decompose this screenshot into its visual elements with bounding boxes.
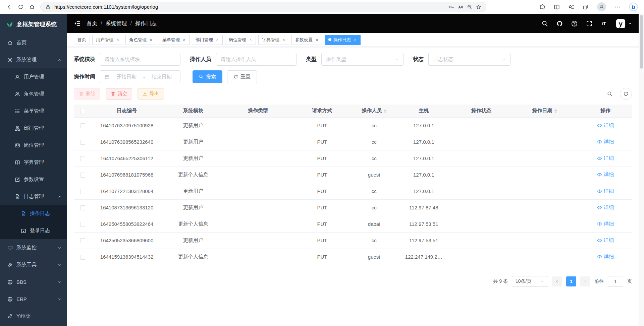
sidebar-item-oper-log[interactable]: 操作日志 [0,205,67,222]
row-checkbox[interactable] [80,140,85,145]
user-avatar[interactable]: y [615,18,626,29]
sort-carets-icon[interactable] [384,109,386,113]
address-bar[interactable]: https://ccnetcore.com:1101/system/log/op… [40,2,486,12]
row-checkbox[interactable] [80,222,85,227]
browser-profile-avatar[interactable] [597,2,606,11]
more-menu-icon[interactable] [614,4,621,10]
sidebar-item-system-monitor[interactable]: 系统监控 [0,239,67,256]
sidebar-item-bbs[interactable]: BBS [0,273,67,290]
col-operator[interactable]: 操作人员 [353,105,395,117]
clear-button[interactable]: 清空 [106,88,132,100]
row-checkbox[interactable] [80,205,85,210]
read-aloud-icon[interactable] [458,4,463,10]
next-page-button[interactable] [580,276,590,286]
avatar-caret-icon[interactable] [628,22,632,25]
operator-input[interactable]: 请输入操作人员 [216,53,297,66]
sidebar-item-param-settings[interactable]: 参数设置 [0,171,67,188]
tab-role-mgmt[interactable]: 角色管理 [125,35,156,45]
row-checkbox[interactable] [80,189,85,194]
goto-page-input[interactable]: 1 [608,276,623,287]
reset-button[interactable]: 重置 [227,70,257,83]
row-checkbox[interactable] [80,255,85,260]
sidebar-item-home[interactable]: 首页 [0,34,67,51]
delete-button[interactable]: 删除 [74,88,100,100]
tab-dept-mgmt[interactable]: 部门管理 [192,35,223,45]
sidebar-item-menu-mgmt[interactable]: 菜单管理 [0,103,67,120]
sidebar-item-system-tools[interactable]: 系统工具 [0,256,67,273]
sidebar-item-log-mgmt[interactable]: 日志管理 [0,188,67,205]
scrollbar-thumb[interactable] [640,15,643,69]
close-icon[interactable] [354,38,357,42]
prev-page-button[interactable] [552,276,562,286]
collections-icon[interactable] [583,4,589,10]
close-icon[interactable] [216,38,219,42]
row-checkbox[interactable] [80,173,85,178]
row-checkbox[interactable] [80,238,85,243]
bing-icon[interactable]: b [629,2,638,11]
tab-menu-mgmt[interactable]: 菜单管理 [159,35,190,45]
sidebar-item-post-mgmt[interactable]: 岗位管理 [0,137,67,154]
detail-link[interactable]: 详细 [597,155,614,161]
add-favorite-icon[interactable] [476,4,481,10]
detail-link[interactable]: 详细 [597,204,614,211]
detail-link[interactable]: 详细 [597,237,614,244]
detail-link[interactable]: 详细 [597,122,614,129]
close-icon[interactable] [282,38,285,42]
url-text[interactable]: https://ccnetcore.com:1101/system/log/op… [54,4,445,10]
browser-refresh-button[interactable] [15,1,26,13]
sidebar-item-login-log[interactable]: 登录日志 [0,222,67,239]
type-select[interactable]: 操作类型 [321,53,404,66]
tab-oper-log[interactable]: 操作日志 [325,35,361,45]
sidebar-item-user-mgmt[interactable]: 用户管理 [0,68,67,85]
col-date[interactable]: 操作日期 [510,105,579,117]
browser-back-button[interactable] [3,1,15,13]
sidebar-item-yi-framework[interactable]: Yi框架 [0,308,67,325]
breadcrumb-item[interactable]: 首页 [87,20,97,27]
sidebar-item-role-mgmt[interactable]: 角色管理 [0,85,67,103]
row-checkbox[interactable] [80,156,85,161]
header-search-icon[interactable] [542,20,548,27]
split-screen-icon[interactable] [554,4,560,10]
close-icon[interactable] [182,38,186,42]
sidebar-item-dict-mgmt[interactable]: 字典管理 [0,154,67,171]
close-icon[interactable] [315,38,319,42]
zoom-out-icon[interactable] [467,4,472,10]
row-checkbox[interactable] [80,123,85,128]
tab-post-mgmt[interactable]: 岗位管理 [225,35,256,45]
password-icon[interactable] [449,4,454,10]
favorites-icon[interactable] [568,4,574,10]
close-icon[interactable] [149,38,153,42]
tab-home[interactable]: 首页 [74,35,90,45]
search-button[interactable]: 搜索 [193,70,222,83]
toggle-search-button[interactable] [604,88,616,100]
detail-link[interactable]: 详细 [597,139,614,145]
refresh-table-button[interactable] [620,88,632,100]
status-select[interactable]: 日志状态 [428,53,511,66]
browser-scrollbar[interactable] [639,14,644,326]
sidebar-item-dept-mgmt[interactable]: 部门管理 [0,120,67,137]
sidebar-toggle-icon[interactable] [74,20,80,27]
detail-link[interactable]: 详细 [597,221,614,227]
close-icon[interactable] [116,38,119,42]
github-icon[interactable] [556,20,563,27]
page-1-button[interactable]: 1 [566,276,576,286]
detail-link[interactable]: 详细 [597,172,614,178]
detail-link[interactable]: 详细 [597,254,614,260]
select-all-checkbox[interactable] [80,109,85,114]
close-icon[interactable] [249,38,252,42]
tab-dict-mgmt[interactable]: 字典管理 [258,35,289,45]
browser-home-button[interactable] [26,1,38,13]
sidebar-item-system-mgmt[interactable]: 系统管理 [0,51,67,68]
help-icon[interactable] [571,20,578,27]
date-range-input[interactable]: 开始日期 - 结束日期 [100,70,180,83]
tab-user-mgmt[interactable]: 用户管理 [92,35,123,45]
sidebar-item-erp[interactable]: ERP [0,290,67,308]
page-size-select[interactable]: 10条/页 [512,276,548,287]
module-input[interactable]: 请输入系统模块 [100,53,180,66]
extensions-icon[interactable] [539,4,545,10]
fullscreen-icon[interactable] [586,20,592,27]
font-size-icon[interactable]: tT [601,20,607,27]
breadcrumb-item[interactable]: 系统管理 [105,20,127,27]
sort-carets-icon[interactable] [554,109,557,113]
detail-link[interactable]: 详细 [597,188,614,194]
